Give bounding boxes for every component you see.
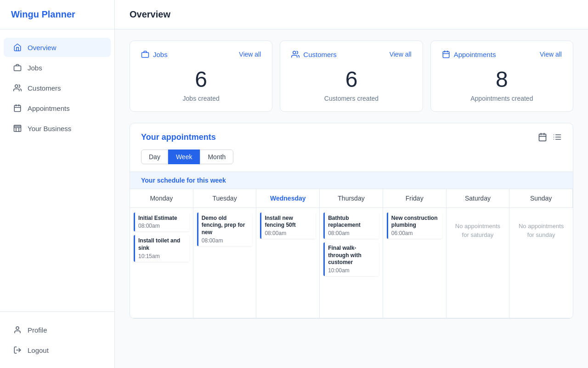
sidebar-item-logout[interactable]: Logout [4, 340, 111, 360]
view-tabs: Day Week Month [130, 150, 573, 172]
appointments-count: 8 [442, 68, 562, 92]
sidebar-item-label: Profile [28, 326, 47, 334]
customers-view-all[interactable]: View all [390, 51, 412, 58]
appointments-section-title: Your appointments [141, 132, 216, 142]
day-body-tuesday: Demo old fencing, prep for new 08:00am [193, 208, 257, 318]
appointment-time: 06:00am [391, 230, 439, 236]
sidebar-bottom: Profile Logout [0, 311, 114, 368]
no-appointments-sunday: No appointmentsfor sunday [513, 213, 569, 240]
appointment-item[interactable]: Bathtub replacement 08:00am [323, 213, 379, 239]
app-logo: Wingu Planner [0, 0, 114, 29]
list-view-icon[interactable] [553, 132, 562, 142]
stat-card-header-jobs: Jobs View all [141, 50, 261, 58]
appointments-view-toggles [538, 132, 562, 142]
stats-row: Jobs View all 6 Jobs created [115, 29, 588, 112]
stat-card-title-jobs: Jobs [141, 50, 168, 58]
appointment-time: 08:00am [328, 230, 376, 236]
day-body-friday: New construction plumbing 06:00am [383, 208, 447, 318]
svg-rect-2 [14, 105, 21, 112]
appointment-item[interactable]: Final walk-through with customer 10:00am [323, 242, 379, 276]
main-content: Overview Jobs View all 6 Jobs created [115, 0, 588, 368]
stat-card-appointments: Appointments View all 8 Appointments cre… [430, 40, 573, 112]
sidebar-item-label: Appointments [28, 104, 70, 112]
stat-card-title-customers: Customers [291, 50, 337, 58]
day-header-saturday: Saturday [447, 189, 510, 208]
day-body-monday: Initial Estimate 08:00am Install toilet … [130, 208, 193, 318]
sidebar-item-label: Your Business [28, 125, 71, 132]
appointment-time: 10:00am [328, 267, 376, 274]
appointments-section: Your appointments [130, 123, 573, 319]
sidebar-item-appointments[interactable]: Appointments [4, 98, 111, 118]
svg-point-1 [15, 85, 18, 87]
appointment-title: Final walk-through with customer [328, 245, 376, 266]
appointment-title: Bathtub replacement [328, 215, 376, 229]
svg-rect-9 [142, 52, 149, 58]
day-header-monday: Monday [130, 189, 193, 208]
appointment-title: Demo old fencing, prep for new [202, 215, 249, 236]
customers-count: 6 [291, 68, 411, 92]
appointment-title: Install new fencing 50ft [265, 215, 312, 229]
sidebar-item-label: Jobs [28, 64, 42, 72]
calendar-icon [13, 104, 22, 113]
appointment-item[interactable]: New construction plumbing 06:00am [387, 213, 442, 239]
appointments-view-all[interactable]: View all [540, 51, 562, 58]
sidebar-item-label: Overview [28, 44, 57, 52]
stat-card-jobs: Jobs View all 6 Jobs created [130, 40, 272, 112]
sidebar-item-overview[interactable]: Overview [4, 38, 111, 57]
briefcase-icon [141, 50, 149, 58]
tab-week[interactable]: Week [168, 150, 200, 164]
day-body-wednesday: Install new fencing 50ft 08:00am [256, 208, 320, 318]
sidebar: Wingu Planner Overview Jobs [0, 0, 115, 368]
appointment-item[interactable]: Install toilet and sink 10:15am [134, 235, 189, 261]
appointment-item[interactable]: Initial Estimate 08:00am [134, 213, 189, 232]
sidebar-item-profile[interactable]: Profile [4, 320, 111, 339]
stat-card-header-customers: Customers View all [291, 50, 411, 58]
appointments-label: Appointments created [442, 95, 562, 102]
users-icon [291, 50, 300, 58]
day-body-thursday: Bathtub replacement 08:00am Final walk-t… [320, 208, 383, 318]
svg-rect-11 [443, 52, 449, 58]
svg-point-7 [16, 327, 19, 329]
appointment-item[interactable]: Install new fencing 50ft 08:00am [260, 213, 316, 239]
appointment-time: 10:15am [138, 253, 186, 259]
page-title: Overview [130, 9, 170, 19]
no-appointments-saturday: No appointmentsfor saturday [450, 213, 506, 240]
stat-card-title-appointments: Appointments [442, 50, 496, 58]
briefcase-icon [13, 63, 22, 72]
tab-month[interactable]: Month [200, 150, 233, 164]
sidebar-item-label: Customers [28, 84, 61, 92]
schedule-header: Your schedule for this week [130, 172, 573, 189]
appointment-title: New construction plumbing [391, 215, 439, 229]
home-icon [13, 43, 22, 52]
stat-card-header-appointments: Appointments View all [442, 50, 562, 58]
appointment-item[interactable]: Demo old fencing, prep for new 08:00am [197, 213, 253, 246]
sidebar-item-your-business[interactable]: Your Business [4, 119, 111, 138]
svg-rect-0 [14, 66, 21, 71]
calendar-icon [442, 50, 450, 58]
tab-day[interactable]: Day [141, 150, 168, 164]
stat-card-customers: Customers View all 6 Customers created [280, 40, 423, 112]
sidebar-nav: Overview Jobs Customers [0, 29, 114, 311]
appointment-title: Initial Estimate [138, 215, 186, 222]
jobs-count: 6 [141, 68, 261, 92]
appointment-time: 08:00am [265, 230, 312, 236]
appointments-section-header: Your appointments [130, 123, 573, 150]
building-icon [13, 124, 22, 133]
sidebar-item-label: Logout [28, 346, 49, 354]
calendar-grid: Monday Tuesday Wednesday Thursday Friday… [130, 189, 573, 318]
svg-point-10 [293, 51, 296, 54]
day-header-friday: Friday [383, 189, 447, 208]
day-body-sunday: No appointmentsfor sunday [509, 208, 573, 318]
day-body-saturday: No appointmentsfor saturday [447, 208, 510, 318]
day-header-tuesday: Tuesday [193, 189, 257, 208]
user-circle-icon [13, 325, 22, 334]
users-icon [13, 83, 22, 92]
day-header-wednesday: Wednesday [256, 189, 320, 208]
appointment-time: 08:00am [138, 223, 186, 229]
jobs-view-all[interactable]: View all [239, 51, 261, 58]
appointment-time: 08:00am [202, 237, 249, 244]
sidebar-item-jobs[interactable]: Jobs [4, 58, 111, 77]
jobs-label: Jobs created [141, 95, 261, 102]
sidebar-item-customers[interactable]: Customers [4, 78, 111, 98]
calendar-view-icon[interactable] [538, 132, 547, 142]
